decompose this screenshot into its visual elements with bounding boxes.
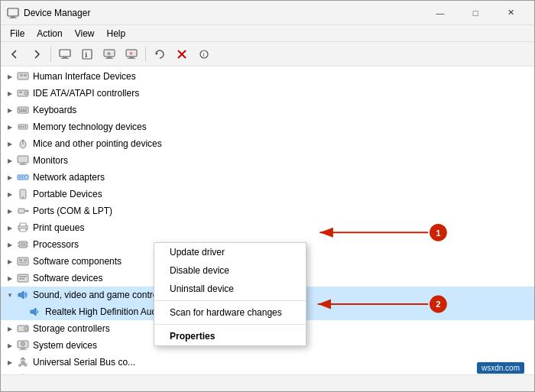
svg-rect-43 [19, 164, 27, 165]
forward-button[interactable] [26, 44, 47, 64]
maximize-button[interactable]: □ [458, 1, 493, 25]
svg-rect-46 [21, 177, 23, 178]
svg-rect-27 [18, 107, 28, 113]
tree-arrow-monitors[interactable] [4, 154, 16, 167]
svg-marker-16 [156, 52, 158, 55]
toolbar: ℹ ⊕ ✕ [1, 42, 534, 66]
tree-item-mice[interactable]: Mice and other pointing devices [1, 135, 534, 152]
menu-file[interactable]: File [4, 27, 31, 40]
tree-item-keyboards[interactable]: Keyboards [1, 102, 534, 118]
svg-text:⊕: ⊕ [107, 51, 111, 56]
minimize-button[interactable]: — [423, 1, 458, 25]
storage-icon [16, 322, 30, 335]
sw-components-icon [16, 255, 30, 267]
svg-rect-64 [24, 259, 27, 261]
tree-arrow-keyboards[interactable] [4, 104, 16, 116]
sw-devices-icon [16, 272, 30, 284]
menu-action[interactable]: Action [31, 27, 68, 40]
svg-rect-57 [21, 243, 25, 246]
app-icon [7, 7, 19, 19]
svg-rect-28 [18, 109, 20, 110]
svg-rect-63 [19, 259, 22, 261]
tree-arrow-hid[interactable] [4, 70, 16, 83]
tree-arrow-processors[interactable] [4, 238, 16, 251]
menu-view[interactable]: View [69, 27, 101, 40]
ports-icon [16, 205, 30, 217]
properties-toolbar-button[interactable]: i [193, 44, 215, 64]
context-menu-scan[interactable]: Scan for hardware changes [154, 303, 306, 322]
monitor-button[interactable]: ⊕ [99, 44, 120, 64]
context-menu-separator [154, 300, 306, 301]
svg-rect-76 [19, 349, 27, 350]
tree-item-usb2[interactable]: Universal Serial Bus d... [1, 371, 534, 374]
tree-arrow-sw-devices[interactable] [4, 272, 16, 284]
svg-rect-10 [105, 58, 113, 59]
svg-rect-50 [18, 209, 24, 213]
svg-rect-9 [107, 57, 112, 58]
info-button[interactable]: ℹ [76, 44, 98, 64]
refresh-button[interactable] [149, 44, 170, 64]
tree-item-hid[interactable]: Human Interface Devices [1, 68, 534, 85]
tree-item-ide[interactable]: IDE ATA/ATAPI controllers [1, 85, 534, 102]
close-button[interactable]: ✕ [493, 1, 528, 25]
svg-rect-34 [19, 126, 21, 128]
context-menu-update[interactable]: Update driver [154, 243, 306, 261]
tree-arrow-ide[interactable] [4, 87, 16, 99]
tree-item-ports[interactable]: Ports (COM & LPT) [1, 202, 534, 219]
tree-label-realtek: Realtek High Definition Audio [45, 306, 164, 317]
tree-arrow-network[interactable] [4, 171, 16, 183]
context-menu-uninstall[interactable]: Uninstall device [154, 280, 306, 298]
watermark-badge: wsxdn.com [477, 362, 524, 374]
tree-arrow-ports[interactable] [4, 205, 16, 217]
svg-rect-68 [19, 278, 24, 280]
tree-arrow-sw-components[interactable] [4, 255, 16, 267]
svg-point-73 [25, 328, 27, 329]
svg-rect-65 [19, 262, 27, 264]
computer-icon-btn[interactable] [54, 44, 76, 64]
system-icon [16, 339, 30, 352]
usb2-icon [16, 373, 30, 374]
tree-arrow-usb2[interactable] [4, 373, 16, 374]
portable-icon [16, 188, 30, 200]
tree-label-print: Print queues [33, 222, 84, 233]
tree-label-network: Network adapters [33, 172, 105, 183]
tree-label-storage: Storage controllers [33, 323, 110, 334]
tree-arrow-usb1[interactable] [4, 356, 16, 368]
tree-arrow-storage[interactable] [4, 322, 16, 335]
svg-point-52 [27, 210, 29, 212]
svg-rect-41 [18, 156, 28, 163]
memory-icon [16, 121, 30, 133]
cancel-button[interactable] [171, 44, 193, 64]
back-button[interactable] [4, 44, 25, 64]
tree-arrow-print[interactable] [4, 222, 16, 234]
processors-icon [16, 238, 30, 251]
svg-rect-36 [23, 126, 24, 128]
context-menu-disable[interactable]: Disable device [154, 261, 306, 280]
tree-item-portable[interactable]: Portable Devices [1, 186, 534, 202]
svg-rect-55 [20, 228, 26, 232]
toolbar-separator-1 [50, 47, 51, 62]
svg-rect-5 [61, 58, 69, 59]
tree-item-print[interactable]: Print queues [1, 219, 534, 236]
tree-arrow-memory[interactable] [4, 121, 16, 133]
svg-rect-3 [60, 50, 70, 57]
tree-item-monitors[interactable]: Monitors [1, 152, 534, 169]
svg-rect-29 [21, 109, 22, 110]
tree-item-network[interactable]: Network adapters [1, 169, 534, 186]
svg-rect-30 [23, 109, 24, 110]
tree-label-memory: Memory technology devices [33, 121, 147, 132]
tree-arrow-mice[interactable] [4, 138, 16, 150]
svg-text:i: i [203, 51, 205, 58]
menu-help[interactable]: Help [101, 27, 132, 40]
network-icon [16, 171, 30, 183]
svg-rect-67 [19, 276, 27, 277]
tree-item-usb1[interactable]: Universal Serial Bus co... [1, 354, 534, 371]
monitor2-button[interactable]: ✕ [121, 44, 142, 64]
context-menu-properties[interactable]: Properties [154, 327, 306, 345]
tree-label-hid: Human Interface Devices [33, 71, 136, 82]
svg-rect-47 [24, 177, 25, 178]
tree-item-memory[interactable]: Memory technology devices [1, 118, 534, 135]
tree-arrow-portable[interactable] [4, 188, 16, 200]
tree-arrow-system[interactable] [4, 339, 16, 352]
tree-arrow-sound[interactable] [4, 289, 16, 301]
